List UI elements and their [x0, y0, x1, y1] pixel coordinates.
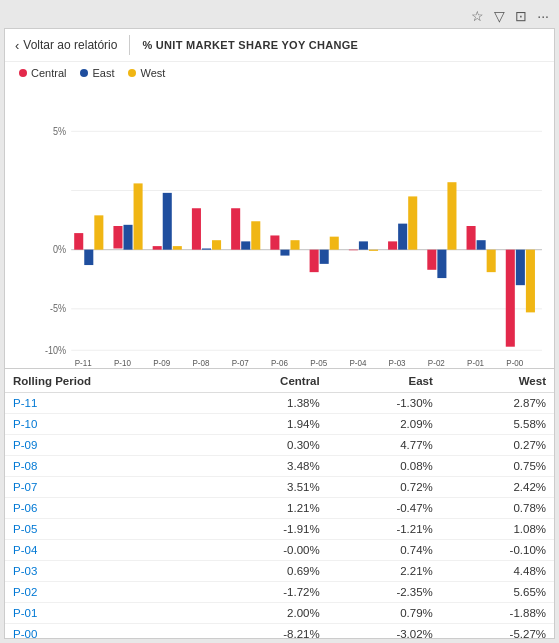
cell-central: -1.91%	[208, 519, 328, 540]
svg-rect-27	[251, 221, 260, 249]
cell-period: P-07	[5, 477, 208, 498]
back-button[interactable]: ‹ Voltar ao relatório	[15, 38, 117, 53]
svg-rect-31	[290, 240, 299, 249]
col-central: Central	[208, 369, 328, 393]
cell-east: 2.21%	[328, 561, 441, 582]
svg-text:0%: 0%	[53, 244, 66, 256]
svg-text:P-09: P-09	[153, 357, 170, 368]
svg-rect-51	[487, 250, 496, 272]
svg-rect-39	[369, 250, 378, 251]
svg-rect-30	[280, 250, 289, 256]
svg-rect-46	[437, 250, 446, 278]
svg-rect-43	[408, 196, 417, 249]
pin-icon[interactable]: ☆	[471, 8, 484, 24]
cell-east: 0.74%	[328, 540, 441, 561]
svg-text:P-10: P-10	[114, 357, 131, 368]
svg-rect-47	[447, 182, 456, 249]
cell-east: -1.21%	[328, 519, 441, 540]
svg-rect-10	[84, 250, 93, 265]
svg-text:-5%: -5%	[50, 303, 66, 315]
cell-period: P-09	[5, 435, 208, 456]
table-row: P-11 1.38% -1.30% 2.87%	[5, 393, 554, 414]
svg-text:P-00: P-00	[506, 357, 523, 368]
cell-period: P-02	[5, 582, 208, 603]
svg-rect-49	[467, 226, 476, 250]
cell-west: 0.78%	[441, 498, 554, 519]
svg-rect-35	[330, 237, 339, 250]
filter-icon[interactable]: ▽	[494, 8, 505, 24]
cell-central: 0.69%	[208, 561, 328, 582]
cell-east: -3.02%	[328, 624, 441, 639]
svg-rect-21	[192, 208, 201, 249]
svg-text:P-08: P-08	[192, 357, 209, 368]
back-arrow-icon: ‹	[15, 38, 19, 53]
svg-rect-29	[270, 235, 279, 249]
cell-east: -0.47%	[328, 498, 441, 519]
svg-text:P-01: P-01	[467, 357, 484, 368]
svg-rect-50	[477, 240, 486, 249]
svg-rect-22	[202, 248, 211, 249]
cell-west: 1.08%	[441, 519, 554, 540]
table-row: P-09 0.30% 4.77% 0.27%	[5, 435, 554, 456]
main-card: ‹ Voltar ao relatório % UNIT MARKET SHAR…	[4, 28, 555, 639]
cell-central: -1.72%	[208, 582, 328, 603]
svg-rect-25	[231, 208, 240, 249]
svg-rect-37	[349, 250, 358, 251]
table-row: P-01 2.00% 0.79% -1.88%	[5, 603, 554, 624]
cell-period: P-10	[5, 414, 208, 435]
svg-rect-17	[153, 246, 162, 250]
legend-east: East	[80, 67, 114, 79]
back-label: Voltar ao relatório	[23, 38, 117, 52]
svg-text:P-06: P-06	[271, 357, 288, 368]
chart-header: ‹ Voltar ao relatório % UNIT MARKET SHAR…	[5, 29, 554, 62]
svg-rect-53	[506, 250, 515, 347]
svg-text:P-11: P-11	[75, 357, 92, 368]
cell-central: 3.51%	[208, 477, 328, 498]
more-options-icon[interactable]: ···	[537, 8, 549, 24]
table-row: P-03 0.69% 2.21% 4.48%	[5, 561, 554, 582]
cell-west: 5.58%	[441, 414, 554, 435]
west-dot	[128, 69, 136, 77]
cell-west: 5.65%	[441, 582, 554, 603]
cell-period: P-08	[5, 456, 208, 477]
data-table-section: Rolling Period Central East West P-11 1.…	[5, 369, 554, 638]
svg-rect-54	[516, 250, 525, 286]
table-row: P-08 3.48% 0.08% 0.75%	[5, 456, 554, 477]
central-dot	[19, 69, 27, 77]
cell-central: 0.30%	[208, 435, 328, 456]
cell-central: 1.21%	[208, 498, 328, 519]
table-row: P-04 -0.00% 0.74% -0.10%	[5, 540, 554, 561]
svg-text:P-07: P-07	[232, 357, 249, 368]
svg-rect-9	[74, 233, 83, 250]
svg-rect-34	[320, 250, 329, 264]
bar-chart: 5% 0% -5% -10% P-11 P-10	[41, 84, 544, 368]
svg-rect-42	[398, 224, 407, 250]
svg-rect-55	[526, 250, 535, 313]
cell-period: P-04	[5, 540, 208, 561]
cell-west: 2.42%	[441, 477, 554, 498]
cell-east: -2.35%	[328, 582, 441, 603]
header-divider	[129, 35, 130, 55]
svg-rect-26	[241, 241, 250, 249]
focus-mode-icon[interactable]: ⊡	[515, 8, 527, 24]
svg-rect-33	[310, 250, 319, 272]
cell-east: 2.09%	[328, 414, 441, 435]
cell-west: -5.27%	[441, 624, 554, 639]
cell-west: 2.87%	[441, 393, 554, 414]
cell-west: -1.88%	[441, 603, 554, 624]
cell-central: 1.94%	[208, 414, 328, 435]
cell-period: P-11	[5, 393, 208, 414]
table-row: P-10 1.94% 2.09% 5.58%	[5, 414, 554, 435]
table-row: P-02 -1.72% -2.35% 5.65%	[5, 582, 554, 603]
svg-text:-10%: -10%	[45, 344, 66, 356]
svg-rect-38	[359, 241, 368, 249]
cell-west: -0.10%	[441, 540, 554, 561]
cell-east: 4.77%	[328, 435, 441, 456]
svg-rect-15	[134, 183, 143, 249]
svg-text:P-05: P-05	[310, 357, 327, 368]
table-row: P-05 -1.91% -1.21% 1.08%	[5, 519, 554, 540]
legend-central-label: Central	[31, 67, 66, 79]
table-row: P-06 1.21% -0.47% 0.78%	[5, 498, 554, 519]
cell-west: 0.75%	[441, 456, 554, 477]
svg-rect-23	[212, 240, 221, 249]
